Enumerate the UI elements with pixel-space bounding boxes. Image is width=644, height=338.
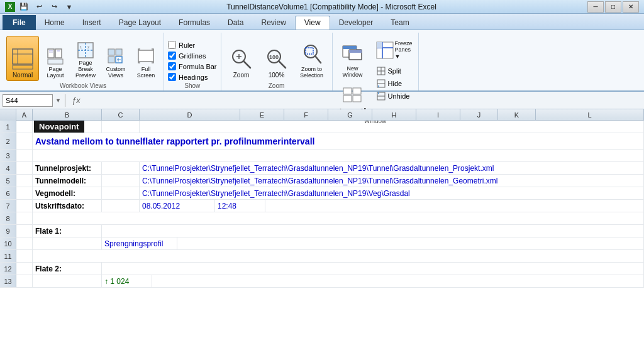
tab-view[interactable]: View <box>295 16 330 30</box>
formula-bar: ▼ ƒx <box>0 92 644 109</box>
cell-1b[interactable]: Novapoint <box>33 121 102 133</box>
row-header-10: 10 <box>0 237 16 249</box>
ruler-checkbox[interactable] <box>168 41 176 49</box>
close-button[interactable]: ✕ <box>623 1 639 13</box>
freeze-panes-button[interactable]: Freeze Panes ▼ <box>374 39 414 62</box>
cell-13b[interactable] <box>33 275 102 287</box>
cell-5d[interactable]: C:\TunnelProsjekter\Strynefjellet_Terrat… <box>140 175 644 187</box>
page-layout-button[interactable]: PageLayout <box>42 38 69 81</box>
new-window-icon <box>341 42 364 65</box>
cell-2a[interactable] <box>16 133 33 149</box>
save-qat-button[interactable]: 💾 <box>18 1 30 13</box>
gridlines-checkbox[interactable] <box>168 52 176 60</box>
svg-rect-37 <box>353 88 361 94</box>
headings-checkbox[interactable] <box>168 73 176 81</box>
cell-1a[interactable] <box>16 121 33 133</box>
cell-9c[interactable] <box>102 225 644 237</box>
customize-qat-button[interactable]: ▼ <box>63 1 75 13</box>
cell-4c[interactable] <box>102 162 140 174</box>
cell-5a[interactable] <box>16 175 33 187</box>
cell-13a[interactable] <box>16 275 33 287</box>
split-button[interactable]: Split <box>374 65 414 77</box>
cell-6d[interactable]: C:\TunnelProsjekter\Strynefjellet_Terrat… <box>140 187 644 199</box>
page-break-preview-button[interactable]: 1 2 Page BreakPreview <box>72 38 99 81</box>
cell-3a[interactable] <box>16 150 33 161</box>
maximize-button[interactable]: □ <box>605 1 621 13</box>
cell-10c[interactable]: Sprengningsprofil <box>102 237 177 249</box>
cell-10rest[interactable] <box>177 237 644 249</box>
cell-4d[interactable]: C:\TunnelProsjekter\Strynefjellet_Terrat… <box>140 162 644 174</box>
zoom-button[interactable]: Zoom <box>225 36 258 81</box>
tab-team[interactable]: Team <box>382 16 418 30</box>
redo-qat-button[interactable]: ↪ <box>48 1 60 13</box>
cell-6b[interactable]: Vegmodell: <box>33 187 102 199</box>
cell-11b[interactable] <box>33 250 644 262</box>
svg-rect-17 <box>108 57 114 63</box>
minimize-button[interactable]: ─ <box>587 1 604 13</box>
hide-button[interactable]: Hide <box>374 78 414 89</box>
tab-formulas[interactable]: Formulas <box>170 16 219 30</box>
gridlines-checkbox-label[interactable]: Gridlines <box>168 52 217 60</box>
cell-9a[interactable] <box>16 225 33 237</box>
svg-line-27 <box>279 61 286 68</box>
cell-7rest[interactable] <box>265 200 644 212</box>
cell-6a[interactable] <box>16 187 33 199</box>
headings-checkbox-label[interactable]: Headings <box>168 73 217 81</box>
formula-bar-divider <box>65 94 65 107</box>
tab-page-layout[interactable]: Page Layout <box>110 16 170 30</box>
tab-review[interactable]: Review <box>252 16 294 30</box>
cell-3b[interactable] <box>33 150 644 161</box>
cell-4b[interactable]: Tunnelprosjekt: <box>33 162 102 174</box>
normal-view-button[interactable]: Normal <box>6 36 39 81</box>
cell-7d[interactable]: 08.05.2012 <box>140 200 215 212</box>
freeze-panes-dropdown-arrow[interactable]: ▼ <box>395 53 401 60</box>
ruler-checkbox-label[interactable]: Ruler <box>168 41 217 49</box>
split-label: Split <box>388 67 401 75</box>
page-break-icon: 1 2 <box>77 41 94 59</box>
cell-4a[interactable] <box>16 162 33 174</box>
workbook-views-content: Normal PageLayout <box>6 33 160 81</box>
cell-11a[interactable] <box>16 250 33 262</box>
cell-10a[interactable] <box>16 237 33 249</box>
cell-12c[interactable] <box>102 263 644 275</box>
formula-input[interactable] <box>86 94 641 107</box>
full-screen-button[interactable]: Full Screen <box>132 38 160 81</box>
cell-5b[interactable]: Tunnelmodell: <box>33 175 102 187</box>
cell-1c[interactable] <box>102 121 140 133</box>
cell-7e[interactable]: 12:48 <box>215 200 265 212</box>
cell-2b[interactable]: Avstand mellom to tunnelflater rapporter… <box>33 133 644 149</box>
cell-12b[interactable]: Flate 2: <box>33 263 102 275</box>
cell-13c[interactable]: ↑ 1 024 <box>102 275 152 287</box>
tab-home[interactable]: Home <box>36 16 74 30</box>
tab-data[interactable]: Data <box>219 16 252 30</box>
cell-8b[interactable] <box>33 212 644 224</box>
col-header-i: I <box>416 109 460 121</box>
name-box[interactable] <box>3 94 53 107</box>
formula-bar-checkbox-label[interactable]: Formula Bar <box>168 62 217 70</box>
custom-views-button[interactable]: Custom Views <box>102 38 130 81</box>
cell-10b[interactable] <box>33 237 102 249</box>
cell-13rest[interactable] <box>152 275 644 287</box>
cell-12a[interactable] <box>16 263 33 275</box>
tab-developer[interactable]: Developer <box>330 16 382 30</box>
excel-icon: X <box>5 2 15 12</box>
svg-rect-0 <box>13 49 33 64</box>
row-header-5: 5 <box>0 175 16 187</box>
cell-5c[interactable] <box>102 175 140 187</box>
zoom-selection-button[interactable]: Zoom toSelection <box>296 36 328 81</box>
new-window-button[interactable]: NewWindow <box>336 38 369 80</box>
cell-7a[interactable] <box>16 200 33 212</box>
tab-file[interactable]: File <box>3 15 36 30</box>
page-break-label: Page BreakPreview <box>74 60 97 79</box>
cell-1d[interactable] <box>140 121 644 133</box>
formula-bar-checkbox[interactable] <box>168 62 176 70</box>
tab-insert[interactable]: Insert <box>74 16 110 30</box>
cell-8a[interactable] <box>16 212 33 224</box>
cell-7b[interactable]: Utskriftsdato: <box>33 200 102 212</box>
zoom100-button[interactable]: 100 100% <box>260 36 293 81</box>
cell-9b[interactable]: Flate 1: <box>33 225 102 237</box>
undo-qat-button[interactable]: ↩ <box>33 1 45 13</box>
cell-6c[interactable] <box>102 187 140 199</box>
name-box-dropdown[interactable]: ▼ <box>55 97 61 104</box>
cell-7c[interactable] <box>102 200 140 212</box>
